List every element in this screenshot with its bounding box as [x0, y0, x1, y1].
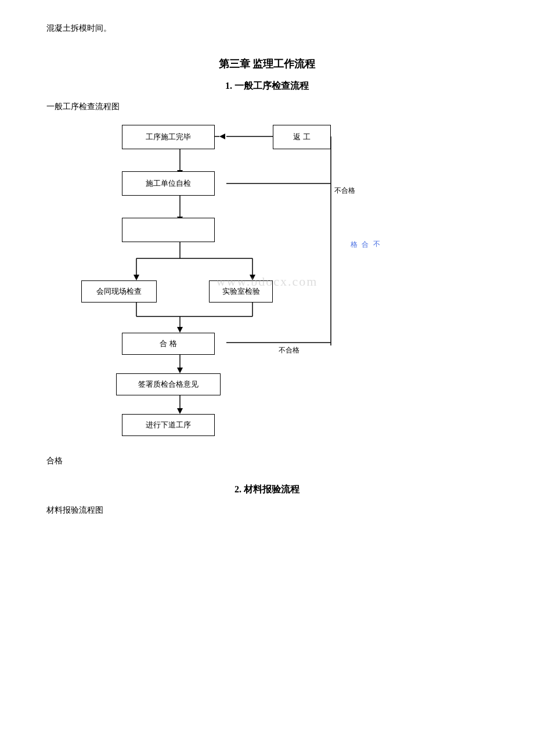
box-qianshu: 签署质检合格意见 — [116, 373, 221, 395]
section2-chart-label: 材料报验流程图 — [46, 505, 488, 516]
box-hege: 合 格 — [122, 333, 215, 355]
svg-marker-16 — [177, 368, 183, 373]
svg-marker-9 — [250, 275, 255, 280]
reject-label-2: 不合格 — [279, 345, 300, 355]
section2-title: 2. 材料报验流程 — [46, 484, 488, 496]
reject-label-1: 不合格 — [334, 186, 355, 196]
section1-title: 1. 一般工序检查流程 — [46, 80, 488, 92]
box-fan-gong: 返 工 — [273, 125, 331, 149]
box-jinxing: 进行下道工序 — [122, 414, 215, 436]
svg-marker-18 — [177, 408, 183, 414]
box-huitong-jiancha: 会同现场检查 — [81, 280, 157, 303]
svg-marker-14 — [177, 327, 183, 333]
flowchart-container: 工序施工完毕 施工单位自检 会同现场检查 实验室检验 合 格 签署质检合格意见 … — [46, 119, 488, 444]
flowchart-label: 一般工序检查流程图 — [46, 102, 488, 112]
reject-label-blue: 不 合 格 — [348, 235, 382, 236]
hege-bottom-text: 合格 — [46, 456, 488, 466]
intro-text: 混凝土拆模时间。 — [46, 23, 488, 34]
box-shigong-ziijian: 施工单位自检 — [122, 171, 215, 196]
chapter-title: 第三章 监理工作流程 — [46, 57, 488, 71]
box-shiyan-jianyan: 实验室检验 — [209, 280, 273, 303]
svg-marker-7 — [134, 275, 139, 280]
box-empty — [122, 218, 215, 242]
svg-marker-23 — [219, 134, 225, 139]
box-wuxu-shigong: 工序施工完毕 — [122, 125, 215, 149]
